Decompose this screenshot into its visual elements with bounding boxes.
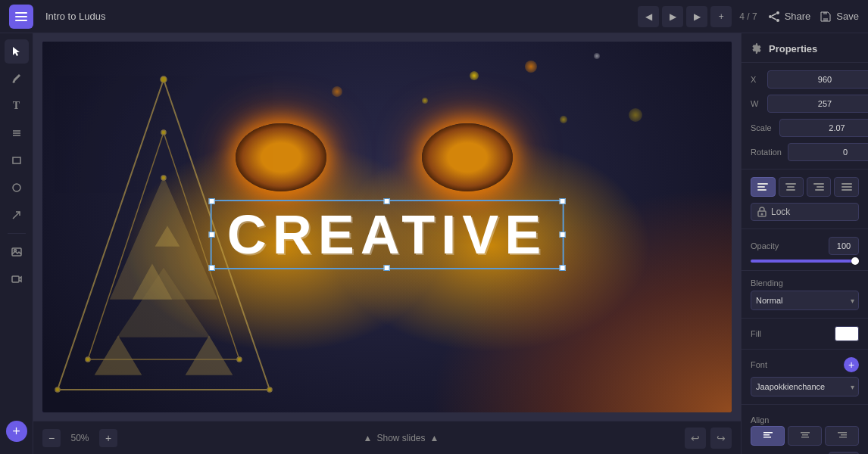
text-align-left[interactable] [751,426,785,446]
opacity-row: Opacity [751,237,859,255]
panel-title: Properties [769,43,817,54]
lock-row[interactable]: Lock [751,203,859,221]
svg-rect-42 [813,183,824,185]
particle-5 [332,86,342,97]
align-center-button[interactable] [779,177,804,197]
svg-rect-53 [801,432,810,434]
fill-section: Fill [742,319,868,350]
cat-eye-right [422,123,513,191]
handle-tr[interactable] [559,198,565,204]
svg-rect-47 [841,189,852,191]
rectangle-tool[interactable] [5,148,29,173]
particle-6 [629,108,642,122]
xy-row: X Y [751,70,859,89]
video-tool[interactable] [5,267,29,291]
prev-slide-button[interactable]: ◀ [638,6,659,27]
rotation-row: Rotation [751,143,859,161]
handle-mr[interactable] [559,232,565,238]
text-align-right[interactable] [825,426,859,446]
opacity-input[interactable] [829,237,859,255]
handle-ml[interactable] [209,232,215,238]
svg-rect-40 [787,186,795,188]
share-button[interactable]: Share [768,11,811,23]
svg-rect-55 [801,437,809,438]
svg-point-31 [267,387,272,392]
svg-rect-15 [13,157,20,163]
creative-text-container[interactable]: CREATIVE [211,200,564,269]
alignment-section: Lock [742,169,868,229]
particle-4 [560,116,567,123]
fill-label: Fill [751,329,835,338]
font-select[interactable]: Jaapokkienchance Arial Helvetica [751,377,859,396]
font-section: Font + Jaapokkienchance Arial Helvetica [742,350,868,405]
svg-rect-20 [12,276,19,282]
fill-color-swatch[interactable] [835,326,859,341]
bottom-bar: − 50% + ▲ Show slides ▲ ↩ ↪ [33,421,741,454]
svg-rect-54 [802,434,808,436]
lines-tool[interactable] [5,121,29,145]
svg-point-4 [769,15,772,18]
svg-rect-57 [841,434,847,436]
svg-line-7 [772,17,776,20]
arrow-tool[interactable] [5,203,29,227]
zoom-out-button[interactable]: − [42,429,61,447]
font-header-row: Font + [751,357,859,372]
add-slide-button[interactable]: + [710,6,732,27]
text-align-center[interactable] [788,426,822,446]
svg-rect-58 [839,437,847,438]
text-tool[interactable]: T [5,94,29,118]
w-label: W [751,99,761,108]
handle-tl[interactable] [209,198,215,204]
scale-row: Scale [751,119,859,137]
zoom-in-button[interactable]: + [99,429,117,447]
handle-bl[interactable] [209,265,215,271]
scale-input[interactable] [779,119,868,137]
undo-button[interactable]: ↩ [685,428,706,449]
align-justify-button[interactable] [834,177,859,197]
particle-7 [594,53,600,59]
x-input[interactable] [767,70,868,89]
settings-icon [751,42,763,54]
add-element-button[interactable]: + [6,421,27,442]
svg-point-30 [161,130,166,135]
handle-bc[interactable] [384,265,390,271]
pen-tool[interactable] [5,67,29,91]
svg-rect-46 [841,186,852,188]
rotation-input[interactable] [788,143,868,161]
next-slide-button[interactable]: ▶ [686,6,707,27]
save-button[interactable]: Save [820,11,859,23]
circle-tool[interactable] [5,176,29,200]
blending-section: Blending Normal Multiply Screen Overlay [742,271,868,319]
font-select-wrapper: Jaapokkienchance Arial Helvetica [751,377,859,396]
svg-line-17 [13,212,20,219]
text-align-group [751,426,859,446]
slide-canvas: CREATIVE [42,42,732,412]
svg-point-33 [237,357,242,362]
show-slides-button[interactable]: ▲ Show slides ▲ [364,433,439,443]
svg-rect-51 [763,434,770,436]
redo-button[interactable]: ↪ [710,428,732,449]
position-section: X Y W H Scale Rotation [742,63,868,169]
opacity-slider-track[interactable] [751,260,859,263]
svg-point-3 [776,11,779,14]
select-tool[interactable] [5,39,29,64]
svg-line-6 [772,14,776,16]
handle-tc[interactable] [384,198,390,204]
image-tool[interactable] [5,240,29,264]
font-add-button[interactable]: + [844,357,859,372]
play-button[interactable]: ▶ [662,6,683,27]
svg-point-32 [55,387,60,392]
topbar: Intro to Ludus ◀ ▶ ▶ + 4 / 7 Share Save [0,0,868,33]
menu-button[interactable] [9,5,33,29]
text-align-row: Align [751,412,859,446]
share-label: Share [785,11,811,22]
blending-select[interactable]: Normal Multiply Screen Overlay [751,291,859,310]
align-left-button[interactable] [751,177,776,197]
align-right-button[interactable] [807,177,832,197]
svg-rect-52 [763,437,771,438]
slide-nav: ◀ ▶ ▶ + 4 / 7 [638,6,761,27]
handle-br[interactable] [559,265,565,271]
w-input[interactable] [767,95,868,113]
canvas-wrapper[interactable]: CREATIVE [33,33,741,421]
scale-label: Scale [751,123,773,132]
